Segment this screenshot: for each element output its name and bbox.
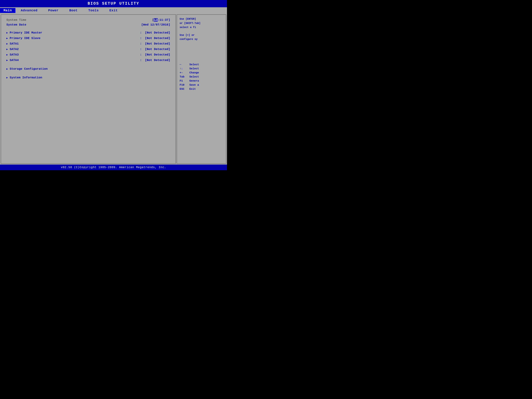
sata1-value: [Not Detected] <box>145 42 170 45</box>
arrow-icon: ▶ <box>6 37 8 40</box>
menu-item-main[interactable]: Main <box>0 8 15 13</box>
arrow-icon: ▶ <box>6 48 8 51</box>
menu-bar: Main Advanced Power Boot Tools Exit <box>0 7 227 14</box>
help-text-4: Use [+] or <box>180 34 195 37</box>
primary-ide-slave-label: Primary IDE Slave <box>10 37 139 40</box>
sata2-label: SATA2 <box>10 48 139 51</box>
key-desc-save: Save a <box>189 83 199 87</box>
primary-ide-slave-value: [Not Detected] <box>145 37 170 40</box>
sata3-row[interactable]: ▶ SATA3 : [Not Detected] <box>6 53 170 56</box>
sata3-value: [Not Detected] <box>145 53 170 56</box>
system-date-label: System Date <box>6 23 26 26</box>
key-desc-general: Genera <box>189 79 199 82</box>
menu-item-boot[interactable]: Boot <box>64 8 83 13</box>
arrow-icon: ▶ <box>6 42 8 45</box>
storage-config-row[interactable]: ▶ Storage Configuration <box>6 67 170 70</box>
help-line-3: select a fi <box>180 26 223 29</box>
storage-config-label: Storage Configuration <box>10 67 170 70</box>
key-symbol-pm: +- <box>180 71 189 74</box>
content-area: System Time [13:11:37] System Date [Wed … <box>0 14 227 165</box>
sata4-row[interactable]: ▶ SATA4 : [Not Detected] <box>6 58 170 62</box>
key-symbol-esc: ESC <box>180 88 189 91</box>
key-symbol-ud: ↑↓ <box>180 67 189 70</box>
system-time-label: System Time <box>6 18 26 22</box>
arrow-icon: ▶ <box>6 76 8 79</box>
help-text-5: configure sy <box>180 38 197 41</box>
help-line-1: Use [ENTER] <box>180 17 223 21</box>
sata1-label: SATA1 <box>10 42 139 45</box>
key-desc-select-screen: Select <box>189 63 199 66</box>
key-row-f10: F10 Save a <box>180 83 223 87</box>
bios-title: BIOS SETUP UTILITY <box>0 0 227 7</box>
key-row-arrows: ↔ Select <box>180 63 223 66</box>
menu-item-exit[interactable]: Exit <box>104 8 123 13</box>
key-symbol-tab: Tab <box>180 75 189 78</box>
sata2-value: [Not Detected] <box>145 48 170 51</box>
side-panel: Use [ENTER] or [SHIFT-Tab] select a fi U… <box>177 14 226 164</box>
menu-item-advanced[interactable]: Advanced <box>15 8 43 13</box>
arrow-icon: ▶ <box>6 31 8 34</box>
footer-text: v02.58 (C)Copyright 1985-2009. American … <box>61 166 166 169</box>
primary-ide-master-value: [Not Detected] <box>145 31 170 34</box>
main-panel: System Time [13:11:37] System Date [Wed … <box>1 14 176 164</box>
menu-item-tools[interactable]: Tools <box>83 8 104 13</box>
help-line-4: Use [+] or <box>180 33 223 37</box>
sata3-label: SATA3 <box>10 53 139 56</box>
sata2-row[interactable]: ▶ SATA2 : [Not Detected] <box>6 48 170 51</box>
key-desc-select-item: Select <box>189 67 199 70</box>
help-text-2: or [SHIFT-Tab] <box>180 22 201 25</box>
key-row-esc: ESC Exit <box>180 88 223 91</box>
key-desc-select-field: Select <box>189 75 199 78</box>
arrow-icon: ▶ <box>6 67 8 70</box>
key-row-f1: F1 Genera <box>180 79 223 82</box>
arrow-icon: ▶ <box>6 59 8 62</box>
help-line-2: or [SHIFT-Tab] <box>180 22 223 25</box>
key-row-plusminus: +- Change <box>180 71 223 74</box>
arrow-icon: ▶ <box>6 53 8 56</box>
primary-ide-master-label: Primary IDE Master <box>10 31 139 34</box>
system-info-label: System Information <box>10 76 170 79</box>
key-symbol-f1: F1 <box>180 79 189 82</box>
primary-ide-master-row[interactable]: ▶ Primary IDE Master : [Not Detected] <box>6 31 170 34</box>
sata1-row[interactable]: ▶ SATA1 : [Not Detected] <box>6 42 170 45</box>
menu-item-power[interactable]: Power <box>43 8 64 13</box>
key-row-tab: Tab Select <box>180 75 223 78</box>
key-desc-exit: Exit <box>189 88 196 91</box>
system-info-row[interactable]: ▶ System Information <box>6 76 170 79</box>
key-symbol-f10: F10 <box>180 83 189 87</box>
footer: v02.58 (C)Copyright 1985-2009. American … <box>0 165 227 170</box>
key-row-updown: ↑↓ Select <box>180 67 223 70</box>
sata4-label: SATA4 <box>10 58 139 62</box>
sata4-value: [Not Detected] <box>145 58 170 62</box>
system-date-row: System Date [Wed 12/07/2016] <box>6 23 170 26</box>
key-symbol-lr: ↔ <box>180 63 189 66</box>
help-text-3: select a fi <box>180 26 196 29</box>
title-text: BIOS SETUP UTILITY <box>88 1 139 6</box>
system-date-value[interactable]: [Wed 12/07/2016] <box>141 23 170 26</box>
primary-ide-slave-row[interactable]: ▶ Primary IDE Slave : [Not Detected] <box>6 37 170 40</box>
system-time-row: System Time [13:11:37] <box>6 18 170 22</box>
key-desc-change: Change <box>189 71 199 74</box>
help-line-5: configure sy <box>180 38 223 41</box>
help-text-1: Use [ENTER] <box>180 18 196 20</box>
system-time-value[interactable]: [13:11:37] <box>152 18 170 22</box>
system-time-highlight: 13 <box>154 18 158 22</box>
